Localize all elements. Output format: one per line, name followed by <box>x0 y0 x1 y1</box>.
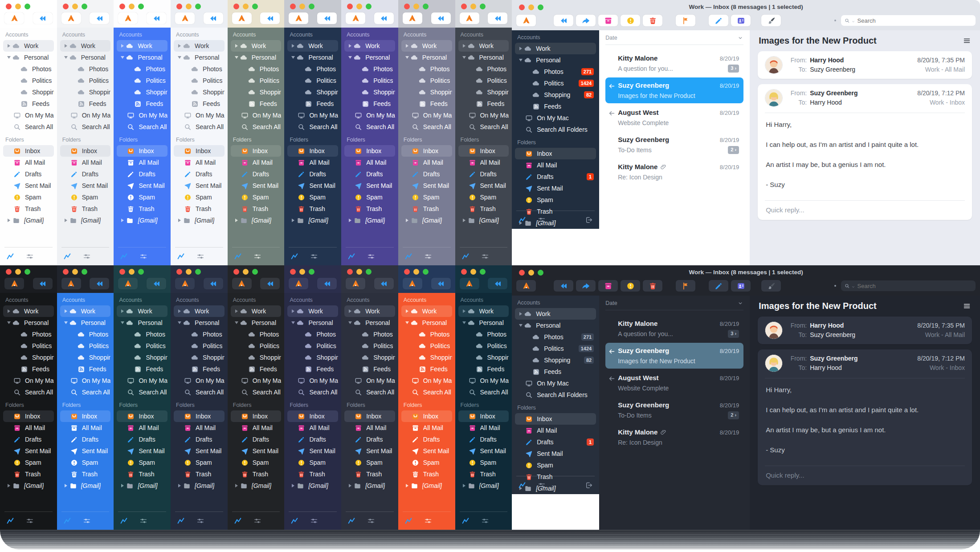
sidebar-item-shopping[interactable]: Shopping <box>344 86 395 98</box>
folder-item-inbox[interactable]: Inbox <box>231 410 282 422</box>
sidebar-item-photos[interactable]: Photos <box>231 329 282 340</box>
sidebar-item-work[interactable]: Work <box>401 305 452 317</box>
disclosure-right-icon[interactable] <box>404 219 411 222</box>
reply-all-button[interactable] <box>90 12 109 24</box>
disclosure-down-icon[interactable] <box>176 321 183 324</box>
folder-item-trash[interactable]: Trash <box>401 468 452 480</box>
sidebar-item-work[interactable]: Work <box>3 40 54 52</box>
folder-item-inbox[interactable]: Inbox <box>515 413 596 425</box>
activity-icon[interactable] <box>63 517 71 525</box>
activity-icon[interactable] <box>404 517 412 525</box>
sidebar-item-feeds[interactable]: Feeds <box>60 98 111 110</box>
zoom-window-button[interactable] <box>366 4 372 9</box>
sidebar-item-work[interactable]: Work <box>287 40 338 52</box>
sidebar-item-photos[interactable]: Photos271 <box>515 66 596 77</box>
disclosure-right-icon[interactable] <box>5 309 12 313</box>
folder-item-inbox[interactable]: Inbox <box>344 410 395 422</box>
disclosure-right-icon[interactable] <box>404 309 411 313</box>
disclosure-right-icon[interactable] <box>517 312 524 316</box>
compose-button[interactable] <box>709 280 728 292</box>
sidebar-item-on-my-mac[interactable]: On My Mac <box>287 110 338 121</box>
airmail-logo-button[interactable] <box>175 278 195 289</box>
sidebar-item-on-my-mac[interactable]: On My Mac <box>401 375 452 386</box>
folder-item-sent-mail[interactable]: Sent Mail <box>287 445 338 457</box>
forward-button[interactable] <box>576 15 596 26</box>
folder-item-inbox[interactable]: Inbox <box>3 410 54 422</box>
disclosure-right-icon[interactable] <box>176 219 183 222</box>
close-window-button[interactable] <box>6 269 12 275</box>
reply-all-button[interactable] <box>317 278 337 289</box>
folder-item-all-mail[interactable]: All Mail <box>117 157 167 168</box>
sidebar-item-shopping[interactable]: Shopping <box>60 352 111 363</box>
sidebar-item-on-my-mac[interactable]: On My Mac <box>344 110 395 121</box>
zoom-window-button[interactable] <box>24 269 30 275</box>
airmail-logo-button[interactable] <box>118 12 138 24</box>
airmail-logo-button[interactable] <box>4 12 24 24</box>
close-window-button[interactable] <box>461 4 467 9</box>
folder-item-trash[interactable]: Trash <box>231 468 282 480</box>
sidebar-item-personal[interactable]: Personal <box>401 52 452 63</box>
folder-item-spam[interactable]: Spam <box>458 457 509 468</box>
sidebar-item-shopping[interactable]: Shopping <box>60 86 111 98</box>
disclosure-down-icon[interactable] <box>62 56 69 59</box>
quick-reply-field[interactable]: Quick reply... <box>765 466 965 481</box>
folder-item-spam[interactable]: Spam <box>515 194 596 206</box>
logout-icon[interactable] <box>585 481 593 489</box>
close-window-button[interactable] <box>63 4 69 9</box>
zoom-window-button[interactable] <box>82 269 87 275</box>
sidebar-item-work[interactable]: Work <box>287 305 338 317</box>
sidebar-item-feeds[interactable]: Feeds <box>3 98 54 110</box>
sidebar-item-feeds[interactable]: Feeds <box>458 363 509 375</box>
folder-item-sent-mail[interactable]: Sent Mail <box>231 445 282 457</box>
search-field[interactable] <box>841 15 976 26</box>
message-list-item[interactable]: Suzy Greenberg8/20/19To-Do Items2 › <box>605 397 743 423</box>
sidebar-item-shopping[interactable]: Shopping <box>174 352 225 363</box>
folder-item--gmail-[interactable]: [Gmail] <box>231 480 282 491</box>
minimize-window-button[interactable] <box>528 4 534 10</box>
folder-item-inbox[interactable]: Inbox <box>344 145 395 157</box>
sidebar-item-shopping[interactable]: Shopping <box>174 86 225 98</box>
sidebar-item-personal[interactable]: Personal <box>60 317 111 329</box>
message-card[interactable]: From:Harry HoodTo:Suzy Greenberg8/20/19,… <box>758 317 972 344</box>
airmail-logo-button[interactable] <box>516 280 536 292</box>
airmail-logo-button[interactable] <box>403 278 422 289</box>
disclosure-down-icon[interactable] <box>404 56 411 59</box>
folder-item-drafts[interactable]: Drafts <box>458 434 509 445</box>
folder-item-sent-mail[interactable]: Sent Mail <box>401 445 452 457</box>
folder-item-inbox[interactable]: Inbox <box>458 410 509 422</box>
sidebar-item-personal[interactable]: Personal <box>458 52 509 63</box>
sidebar-item-feeds[interactable]: Feeds <box>401 363 452 375</box>
activity-icon[interactable] <box>404 252 412 260</box>
folder-item-trash[interactable]: Trash <box>458 468 509 480</box>
sidebar-item-feeds[interactable]: Feeds <box>3 363 54 375</box>
activity-icon[interactable] <box>177 517 185 525</box>
disclosure-right-icon[interactable] <box>5 484 12 487</box>
disclosure-right-icon[interactable] <box>119 44 126 48</box>
folder-item-spam[interactable]: Spam <box>458 191 509 203</box>
sidebar-item-feeds[interactable]: Feeds <box>231 98 282 110</box>
disclosure-down-icon[interactable] <box>517 59 524 61</box>
disclosure-down-icon[interactable] <box>5 56 12 59</box>
logout-icon[interactable] <box>585 216 593 224</box>
reply-all-button[interactable] <box>488 278 507 289</box>
sidebar-item-photos[interactable]: Photos <box>401 329 452 340</box>
folder-item-sent-mail[interactable]: Sent Mail <box>3 180 54 191</box>
disclosure-right-icon[interactable] <box>404 44 411 48</box>
sidebar-item-politics[interactable]: Politics <box>117 75 167 86</box>
activity-icon[interactable] <box>6 517 14 525</box>
zoom-window-button[interactable] <box>24 4 30 9</box>
folder-item-all-mail[interactable]: All Mail <box>174 422 225 434</box>
zoom-window-button[interactable] <box>423 269 429 275</box>
folder-item-spam[interactable]: Spam <box>344 191 395 203</box>
filters-icon[interactable] <box>310 517 318 525</box>
delete-button[interactable] <box>643 15 662 26</box>
zoom-window-button[interactable] <box>538 270 543 276</box>
folder-item-drafts[interactable]: Drafts <box>344 168 395 180</box>
minimize-window-button[interactable] <box>356 269 362 275</box>
folder-item-trash[interactable]: Trash <box>60 468 111 480</box>
folder-item-all-mail[interactable]: All Mail <box>344 422 395 434</box>
sidebar-item-work[interactable]: Work <box>174 40 225 52</box>
folder-item-sent-mail[interactable]: Sent Mail <box>174 180 225 191</box>
folder-item-trash[interactable]: Trash <box>401 203 452 215</box>
sidebar-item-on-my-mac[interactable]: On My Mac <box>458 375 509 386</box>
